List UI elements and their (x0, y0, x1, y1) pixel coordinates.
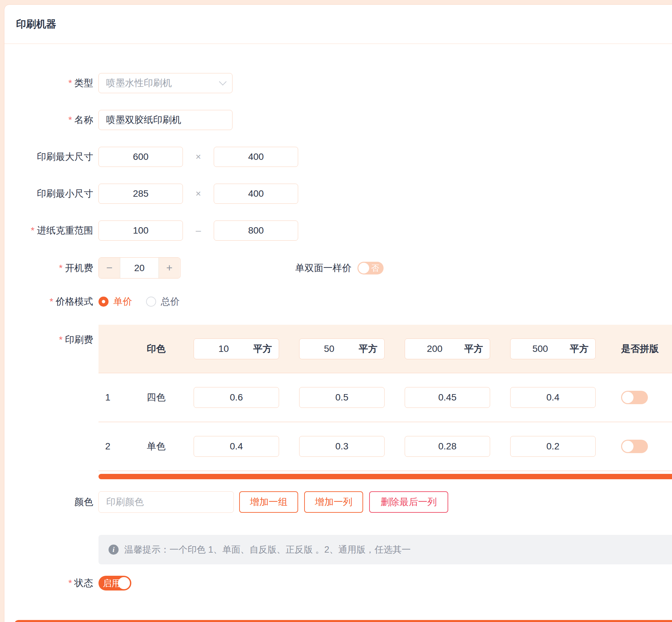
price-input[interactable] (405, 436, 490, 457)
tip-text: 温馨提示：一个印色 1、单面、自反版、正反版 。2、通用版，任选其一 (124, 544, 411, 556)
header-impose-cell: 是否拼版 (616, 343, 672, 355)
row-print-fee: * 印刷费 印色 10 平方 50 平方 (4, 325, 672, 471)
min-size-label-wrap: 印刷最小尺寸 (4, 187, 99, 200)
row-index: 2 (99, 441, 118, 452)
toggle-knob (622, 392, 634, 403)
same-price-group: 单双面一样价 否 (295, 262, 384, 274)
row-index: 1 (99, 392, 118, 403)
color-input[interactable] (99, 491, 234, 513)
chevron-down-icon (219, 78, 227, 85)
card-header: 印刷机器 (4, 5, 672, 44)
max-height-input[interactable] (214, 147, 298, 167)
impose-toggle[interactable] (621, 391, 648, 404)
startup-fee-input[interactable] (120, 258, 158, 278)
paper-weight-max-input[interactable] (214, 220, 298, 241)
row-max-size: 印刷最大尺寸 × (4, 147, 672, 167)
name-label: 名称 (74, 114, 93, 126)
table-row: 1 四色 (99, 373, 672, 422)
row-paper-weight: * 进纸克重范围 – (4, 220, 672, 241)
horizontal-scrollbar-thumb[interactable] (99, 474, 672, 479)
name-input[interactable] (99, 110, 233, 130)
radio-total-price[interactable]: 总价 (146, 295, 180, 308)
tier-input-box[interactable]: 50 平方 (299, 339, 385, 359)
price-input[interactable] (299, 387, 385, 408)
min-size-label: 印刷最小尺寸 (37, 187, 93, 200)
stepper-increase-button[interactable]: + (158, 258, 180, 278)
header-tier-cell: 10 平方 (193, 339, 299, 359)
tier-value: 200 (405, 344, 464, 354)
type-select[interactable]: 喷墨水性印刷机 (99, 73, 233, 93)
price-input[interactable] (193, 436, 279, 457)
row-status: * 状态 启用 (4, 576, 672, 590)
impose-toggle[interactable] (621, 440, 648, 453)
delete-last-column-button[interactable]: 删除最后一列 (369, 491, 448, 513)
required-mark: * (59, 263, 63, 273)
radio-selected-icon (99, 297, 109, 307)
type-label-wrap: * 类型 (4, 77, 99, 90)
paper-weight-label: 进纸克重范围 (37, 224, 93, 237)
radio-total-price-label: 总价 (161, 295, 180, 308)
footer-bar (14, 620, 672, 622)
print-fee-label-wrap: * 印刷费 (4, 325, 99, 346)
same-price-toggle-state: 否 (371, 263, 379, 273)
tier-value: 50 (299, 344, 359, 354)
status-toggle[interactable]: 启用 (99, 576, 131, 590)
row-name: * 名称 (4, 110, 672, 130)
required-mark: * (68, 78, 72, 89)
required-mark: * (59, 335, 63, 345)
radio-unit-price[interactable]: 单价 (99, 295, 132, 308)
price-input[interactable] (510, 387, 596, 408)
min-width-input[interactable] (99, 184, 183, 204)
tier-value: 10 (194, 344, 253, 354)
form-content: * 类型 喷墨水性印刷机 * 名称 印刷最大尺寸 (4, 44, 672, 590)
price-mode-label: 价格模式 (56, 295, 93, 308)
info-icon: i (109, 545, 118, 555)
same-price-toggle[interactable]: 否 (357, 262, 384, 274)
status-label: 状态 (74, 577, 93, 589)
max-width-input[interactable] (99, 147, 183, 167)
required-mark: * (49, 296, 53, 307)
dash-separator: – (183, 225, 214, 236)
color-label-wrap: 颜色 (4, 496, 99, 508)
row-color-name: 四色 (118, 391, 193, 404)
color-label: 颜色 (74, 496, 93, 508)
toggle-knob (622, 441, 634, 452)
header-tier-cell: 500 平方 (510, 339, 616, 359)
row-min-size: 印刷最小尺寸 × (4, 184, 672, 204)
tier-unit: 平方 (570, 343, 595, 355)
header-color-cell: 印色 (118, 343, 193, 355)
row-price-mode: * 价格模式 单价 总价 (4, 295, 672, 308)
price-input[interactable] (299, 436, 385, 457)
tier-input-box[interactable]: 10 平方 (193, 339, 279, 359)
required-mark: * (31, 225, 35, 236)
header-tier-cell: 200 平方 (405, 339, 510, 359)
max-size-label-wrap: 印刷最大尺寸 (4, 150, 99, 163)
row-startup-fee: * 开机费 − + 单双面一样价 否 (4, 257, 672, 278)
print-fee-table-header: 印色 10 平方 50 平方 (99, 325, 672, 373)
min-height-input[interactable] (214, 184, 298, 204)
row-color: 颜色 增加一组 增加一列 删除最后一列 (4, 491, 672, 513)
tier-input-box[interactable]: 500 平方 (510, 339, 596, 359)
price-input[interactable] (510, 436, 596, 457)
multiply-separator: × (183, 151, 214, 162)
toggle-knob (118, 577, 130, 589)
tier-input-box[interactable]: 200 平方 (405, 339, 490, 359)
header-tier-cell: 50 平方 (299, 339, 405, 359)
status-label-wrap: * 状态 (4, 577, 99, 589)
price-input[interactable] (405, 387, 490, 408)
machine-form-card: 印刷机器 * 类型 喷墨水性印刷机 * 名称 (4, 4, 672, 622)
startup-fee-label: 开机费 (65, 262, 93, 274)
stepper-decrease-button[interactable]: − (99, 258, 120, 278)
paper-weight-label-wrap: * 进纸克重范围 (4, 224, 99, 237)
table-row: 2 单色 (99, 422, 672, 471)
paper-weight-min-input[interactable] (99, 220, 183, 241)
type-label: 类型 (74, 77, 93, 90)
startup-fee-stepper: − + (99, 257, 181, 278)
add-group-button[interactable]: 增加一组 (239, 491, 298, 513)
price-input[interactable] (193, 387, 279, 408)
add-column-button[interactable]: 增加一列 (304, 491, 363, 513)
print-fee-table: 印色 10 平方 50 平方 (99, 325, 672, 471)
type-select-value: 喷墨水性印刷机 (106, 77, 220, 90)
tier-unit: 平方 (359, 343, 384, 355)
required-mark: * (68, 578, 72, 588)
